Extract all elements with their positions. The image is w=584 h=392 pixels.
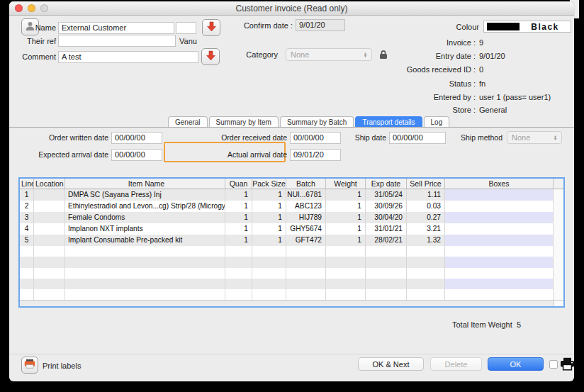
window-title: Customer invoice (Read only) xyxy=(9,4,574,13)
v-scrollbar[interactable] xyxy=(554,289,563,300)
colour-select[interactable]: Black xyxy=(483,21,571,33)
invoice-value: 9 xyxy=(479,38,571,47)
column-header-location[interactable]: Location xyxy=(34,179,65,189)
v-scrollbar[interactable] xyxy=(554,201,563,212)
cell-batch: HIJ789 xyxy=(286,212,326,223)
column-header-boxes[interactable]: Boxes xyxy=(445,179,554,189)
v-scrollbar[interactable] xyxy=(554,246,563,257)
v-scrollbar[interactable] xyxy=(554,235,563,246)
ok-button[interactable]: OK xyxy=(488,357,544,371)
goods-received-id-label: Goods received ID : xyxy=(93,65,476,74)
cell-pack-size: 1 xyxy=(252,235,286,246)
tab-general[interactable]: General xyxy=(168,116,208,127)
cell-item-name: Implanon NXT implants xyxy=(65,223,225,235)
v-scrollbar[interactable] xyxy=(554,257,563,267)
cell-quan: 1 xyxy=(225,201,252,212)
order-received-date-label: Order received date xyxy=(213,133,287,142)
table-row[interactable]: 4 Implanon NXT implants 1 1 GHY5674 1 31… xyxy=(20,223,563,235)
column-header-line[interactable]: Line xyxy=(20,179,34,189)
cell-batch: GHY5674 xyxy=(286,223,326,235)
colour-value: Black xyxy=(520,22,571,32)
cell-location xyxy=(34,201,65,212)
order-received-date-input[interactable] xyxy=(290,132,341,144)
table-row-empty[interactable] xyxy=(20,257,563,267)
cell-sell-price: 3.21 xyxy=(407,223,445,235)
cell-line: 5 xyxy=(20,235,34,246)
ship-method-select[interactable]: None ▴▾ xyxy=(507,131,562,144)
cell-boxes xyxy=(445,201,554,212)
print-labels-label: Print labels xyxy=(43,362,81,370)
print-labels-button[interactable] xyxy=(21,357,38,374)
comment-label: Comment xyxy=(9,52,56,61)
v-scrollbar[interactable] xyxy=(554,268,563,279)
printer-orange-icon xyxy=(24,359,35,371)
table-row[interactable]: 1 DMPA SC (Sayana Press) Inj 1 1 NUI...6… xyxy=(20,189,563,201)
table-row[interactable]: 2 Ethinylestradiol and Levon...cg) Strip… xyxy=(20,201,563,212)
ship-date-input[interactable] xyxy=(389,132,446,144)
invoice-label: Invoice : xyxy=(93,38,476,47)
cell-pack-size: 1 xyxy=(252,189,286,201)
table-row[interactable]: 5 Implant Consumable Pre-packed kit 1 1 … xyxy=(20,235,563,246)
table-header: Line Location Item Name Quan Pack Size B… xyxy=(20,179,563,189)
entered-by-value: user 1 (pass= user1) xyxy=(479,93,571,101)
stepper-icon: ▴▾ xyxy=(551,133,560,142)
cell-batch: ABC123 xyxy=(286,201,326,212)
cell-location xyxy=(34,223,65,235)
cell-sell-price: 1.32 xyxy=(407,235,445,246)
delete-button[interactable]: Delete xyxy=(430,357,482,371)
minimize-window-icon[interactable] xyxy=(28,4,35,12)
cell-item-name: DMPA SC (Sayana Press) Inj xyxy=(65,189,225,201)
close-window-icon[interactable] xyxy=(15,4,23,12)
cell-weight: 1 xyxy=(326,235,366,246)
column-header-quan[interactable]: Quan xyxy=(225,179,252,189)
cell-weight: 1 xyxy=(326,201,366,212)
table-row-empty[interactable] xyxy=(20,246,563,257)
tab-log[interactable]: Log xyxy=(424,116,450,127)
cell-item-name: Ethinylestradiol and Levon...cg) Strip/2… xyxy=(65,201,225,212)
column-header-batch[interactable]: Batch xyxy=(286,179,326,189)
zoom-window-icon[interactable] xyxy=(40,4,48,12)
cell-weight: 1 xyxy=(326,189,366,201)
tab-summary-by-item[interactable]: Summary by Item xyxy=(209,116,279,127)
colour-swatch xyxy=(487,23,520,30)
cell-exp-date: 28/02/21 xyxy=(366,235,407,246)
cell-boxes xyxy=(445,212,554,223)
order-written-date-label: Order written date xyxy=(9,133,108,142)
cell-item-name: Implant Consumable Pre-packed kit xyxy=(65,235,225,246)
ok-and-next-button[interactable]: OK & Next xyxy=(358,357,424,371)
colour-label: Colour xyxy=(96,23,479,31)
tab-transport-details[interactable]: Transport details xyxy=(355,116,422,127)
print-icon[interactable] xyxy=(560,357,574,371)
v-scrollbar[interactable] xyxy=(554,279,563,289)
v-scrollbar[interactable] xyxy=(554,189,563,201)
h-scrollbar[interactable] xyxy=(20,300,563,306)
column-header-sell-price[interactable]: Sell Price xyxy=(407,179,445,189)
table-row-empty[interactable] xyxy=(20,289,563,300)
their-ref-label: Their ref xyxy=(9,37,56,45)
order-written-date-input[interactable] xyxy=(111,132,162,144)
cell-boxes xyxy=(445,223,554,235)
cell-exp-date: 30/09/26 xyxy=(366,201,407,212)
table-row-empty[interactable] xyxy=(20,279,563,289)
v-scrollbar[interactable] xyxy=(554,223,563,235)
entered-by-label: Entered by : xyxy=(93,93,476,101)
print-checkbox[interactable] xyxy=(549,360,558,369)
column-header-item-name[interactable]: Item Name xyxy=(65,179,225,189)
cell-weight: 1 xyxy=(326,212,366,223)
column-header-exp-date[interactable]: Exp date xyxy=(366,179,407,189)
column-header-weight[interactable]: Weight xyxy=(326,179,366,189)
cell-quan: 1 xyxy=(225,212,252,223)
actual-arrival-date-input[interactable] xyxy=(290,149,341,161)
name-label: Name xyxy=(9,23,56,32)
tab-summary-by-batch[interactable]: Summary by Batch xyxy=(280,116,354,127)
total-item-weight: Total Item Weight 5 xyxy=(452,320,521,329)
v-scrollbar[interactable] xyxy=(554,212,563,223)
title-bar[interactable]: Customer invoice (Read only) xyxy=(9,1,574,16)
table-row-empty[interactable] xyxy=(20,268,563,279)
table-row[interactable]: 3 Female Condoms 1 1 HIJ789 1 30/04/20 0… xyxy=(20,212,563,223)
expected-arrival-date-input[interactable] xyxy=(111,149,162,161)
cell-sell-price: 0.03 xyxy=(407,201,445,212)
cell-line: 1 xyxy=(20,189,34,201)
column-header-pack-size[interactable]: Pack Size xyxy=(252,179,286,189)
cell-location xyxy=(34,189,65,201)
